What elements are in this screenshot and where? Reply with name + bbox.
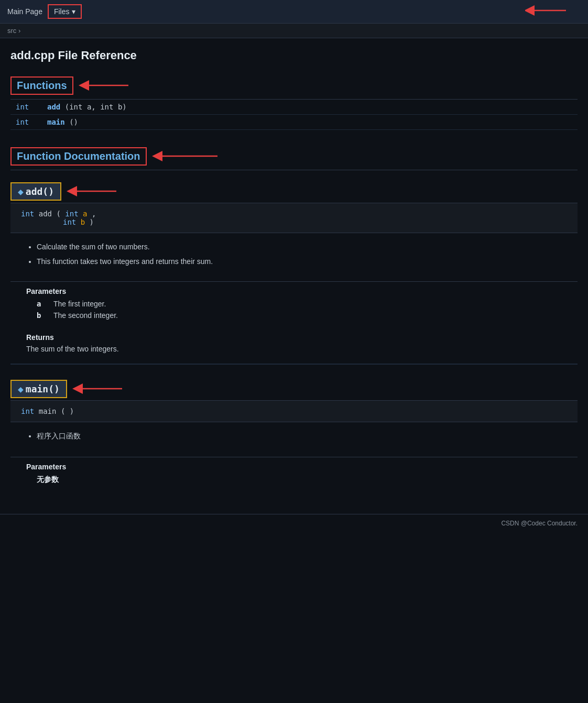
func-main-bullet-1: 程序入口函数: [37, 432, 562, 441]
func-doc-section-title: Function Documentation: [10, 147, 147, 166]
func-add-param2-type: int: [63, 218, 81, 226]
func-main-badge: ◆ main(): [10, 380, 67, 398]
param-b-desc: The second integer.: [49, 311, 118, 320]
annotation-arrow-functions: [79, 75, 131, 96]
func-signature-add: add (int a, int b): [42, 100, 578, 115]
func-add-sig-line1: int add ( int a ,: [21, 210, 567, 218]
func-main-bullets: 程序入口函数: [26, 432, 562, 441]
func-add-comma: ,: [92, 210, 96, 218]
func-main-signature: int main ( ): [10, 400, 578, 422]
nav-files-label: Files: [54, 7, 70, 16]
nav-files-button[interactable]: Files ▾: [48, 4, 82, 19]
anchor-dot-add: ◆: [18, 186, 24, 197]
func-add-desc: Calculate the sum of two numbers. This f…: [10, 233, 578, 282]
func-doc-add: ◆ add() int add ( int a ,: [10, 175, 578, 365]
param-a-desc: The first integer.: [49, 300, 106, 308]
functions-section-header: Functions: [10, 75, 578, 96]
func-add-bullets: Calculate the sum of two numbers. This f…: [26, 243, 562, 266]
func-signature-main: main (): [42, 115, 578, 130]
func-add-returns: Returns The sum of the two integers.: [10, 328, 578, 365]
func-add-bullet-2: This function takes two integers and ret…: [37, 257, 562, 266]
func-add-returns-title: Returns: [26, 333, 562, 342]
func-add-badge: ◆ add(): [10, 182, 61, 201]
func-add-close: ): [90, 218, 94, 226]
nav-bar: Main Page Files ▾: [0, 0, 588, 24]
annotation-arrow-add: [67, 182, 119, 201]
main-content: add.cpp File Reference Functions int add…: [0, 38, 588, 503]
func-add-header-row: ◆ add(): [10, 175, 578, 203]
annotation-arrow-main: [72, 379, 125, 398]
func-add-bullet-1: Calculate the sum of two numbers.: [37, 243, 562, 251]
footer-text: CSDN @Codec Conductor.: [501, 520, 578, 527]
func-link-add[interactable]: add: [47, 103, 60, 111]
func-add-returns-text: The sum of the two integers.: [26, 345, 562, 353]
param-b-name: b: [37, 311, 49, 320]
func-add-param2-name: b: [81, 218, 85, 226]
breadcrumb-src[interactable]: src: [7, 27, 16, 35]
footer: CSDN @Codec Conductor.: [0, 514, 588, 532]
annotation-arrow-files: [525, 1, 567, 20]
func-main-params-title: Parameters: [26, 463, 562, 471]
annotation-arrow-funcdoc: [152, 146, 220, 167]
breadcrumb: src ›: [0, 24, 588, 38]
func-main-header-row: ◆ main(): [10, 373, 578, 400]
table-row: int add (int a, int b): [10, 100, 578, 115]
func-add-signature: int add ( int a , int b ): [10, 203, 578, 233]
func-return-type-add: int: [10, 100, 42, 115]
func-params-add: (int a, int b): [65, 103, 127, 111]
func-params-main: (): [69, 118, 78, 126]
func-add-sig-line2: int b ): [21, 218, 567, 226]
func-link-main[interactable]: main: [47, 118, 65, 126]
nav-files-dropdown-icon: ▾: [72, 7, 75, 16]
param-none-name: 无参数: [37, 475, 59, 485]
functions-table: int add (int a, int b) int main (): [10, 100, 578, 130]
func-main-sig-line1: int main ( ): [21, 407, 567, 415]
func-add-params-title: Parameters: [26, 287, 562, 295]
param-row-none: 无参数: [26, 475, 562, 485]
func-return-type-main: int: [10, 115, 42, 130]
func-add-return-kw: int: [21, 210, 39, 218]
func-doc-main: ◆ main() int main ( ): [10, 373, 578, 493]
page-title: add.cpp File Reference: [10, 49, 578, 62]
func-main-sig-parens: ( ): [61, 407, 74, 415]
func-add-name: add(): [26, 186, 54, 197]
table-row: int main (): [10, 115, 578, 130]
param-row-a: a The first integer.: [26, 300, 562, 308]
param-a-name: a: [37, 300, 49, 308]
func-add-param1-type: int: [65, 210, 83, 218]
func-main-params: Parameters 无参数: [10, 457, 578, 493]
func-add-sig-name: add: [39, 210, 57, 218]
func-doc-divider: [10, 170, 578, 170]
func-add-param1-name: a: [83, 210, 87, 218]
func-main-sig-name: main: [39, 407, 61, 415]
func-add-sig-paren: (: [56, 210, 65, 218]
functions-section-title: Functions: [10, 76, 73, 95]
func-main-desc: 程序入口函数: [10, 422, 578, 457]
anchor-dot-main: ◆: [18, 383, 24, 394]
func-main-name: main(): [26, 383, 60, 394]
func-main-return-kw: int: [21, 407, 39, 415]
nav-main-page[interactable]: Main Page: [7, 7, 42, 16]
func-doc-section-header: Function Documentation: [10, 146, 578, 167]
func-add-params: Parameters a The first integer. b The se…: [10, 282, 578, 328]
param-row-b: b The second integer.: [26, 311, 562, 320]
